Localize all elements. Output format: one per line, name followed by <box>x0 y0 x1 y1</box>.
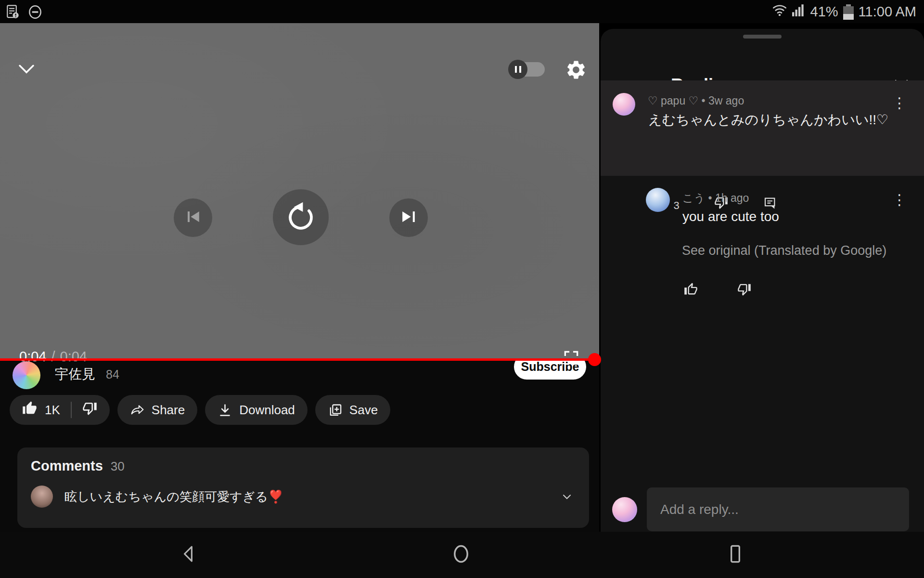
parent-comment-menu-button[interactable]: ⋮ <box>892 96 907 110</box>
wifi-icon <box>772 3 787 21</box>
parent-comment-byline: ♡ papu ♡ • 3w ago <box>648 94 744 107</box>
save-icon <box>328 403 343 418</box>
settings-button[interactable] <box>565 59 587 81</box>
download-label: Download <box>239 403 295 418</box>
gear-icon <box>565 74 587 82</box>
progress-bar[interactable] <box>0 358 599 361</box>
parent-comment-avatar[interactable] <box>613 93 635 116</box>
save-label: Save <box>349 403 378 418</box>
next-button[interactable] <box>389 198 428 237</box>
skip-next-icon <box>398 206 419 229</box>
signal-icon <box>792 3 806 21</box>
thumb-up-icon <box>684 289 698 298</box>
chevron-down-icon <box>16 71 37 79</box>
previous-button[interactable] <box>174 198 212 237</box>
android-nav-bar <box>0 532 924 578</box>
battery-percent: 41% <box>810 4 838 20</box>
parent-comment-text: えむちゃんとみのりちゃんかわいい!!♡ <box>648 111 888 129</box>
nav-recents-button[interactable] <box>724 543 747 566</box>
share-icon <box>130 403 145 418</box>
reply-input-row <box>601 487 924 532</box>
download-icon <box>218 403 232 418</box>
sim-alert-icon <box>6 4 20 22</box>
reply-byline: こう • 1h ago <box>682 191 749 206</box>
expand-comments-chevron-icon <box>560 490 574 503</box>
download-button[interactable]: Download <box>205 395 308 425</box>
share-label: Share <box>152 403 185 418</box>
teaser-comment-text: 眩しいえむちゃんの笑顔可愛すぎる❣️ <box>64 488 283 505</box>
channel-row: 宇佐見 84 <box>0 358 599 390</box>
video-actions-row: 1K Share <box>10 395 390 425</box>
like-count: 1K <box>45 403 60 418</box>
channel-badge-count: 84 <box>106 368 119 381</box>
pill-divider <box>71 402 72 418</box>
thumb-down-icon <box>737 289 751 298</box>
reply-menu-button[interactable]: ⋮ <box>892 193 907 207</box>
nav-recents-icon <box>726 542 745 567</box>
see-original-link[interactable]: See original (Translated by Google) <box>682 243 886 258</box>
replies-panel: Replies ♡ papu ♡ • 3w ago えむちゃんとみのりちゃんかわ… <box>601 29 924 532</box>
autoplay-toggle[interactable] <box>508 60 547 79</box>
save-button[interactable]: Save <box>315 395 390 425</box>
playback-time: 0:04 / 0:04 <box>19 349 87 365</box>
teaser-comment-avatar <box>31 486 53 508</box>
self-avatar <box>612 497 637 522</box>
comments-title: Comments <box>31 458 103 474</box>
reply-avatar[interactable] <box>646 188 670 212</box>
reply-input[interactable] <box>647 487 909 531</box>
reply-text: you are cute too <box>682 209 779 224</box>
pause-icon <box>508 60 527 79</box>
youtube-split-screen: 41% 11:00 AM <box>0 0 924 578</box>
do-not-disturb-icon <box>27 4 43 22</box>
panel-drag-handle[interactable] <box>743 35 782 39</box>
share-button[interactable]: Share <box>117 395 197 425</box>
replay-icon <box>285 200 317 234</box>
like-button[interactable]: 1K <box>22 401 60 419</box>
comments-count: 30 <box>111 459 125 474</box>
time-separator: / <box>51 349 55 365</box>
nav-home-icon <box>450 542 472 567</box>
fullscreen-icon <box>562 360 580 368</box>
reply-comment: こう • 1h ago you are cute too See origina… <box>601 188 924 337</box>
channel-avatar[interactable] <box>13 361 40 389</box>
thumb-up-icon <box>22 401 37 419</box>
comments-card[interactable]: Comments 30 眩しいえむちゃんの笑顔可愛すぎる❣️ <box>17 447 589 528</box>
skip-previous-icon <box>182 206 204 229</box>
reply-like-button[interactable] <box>684 282 698 298</box>
duration: 0:04 <box>60 349 87 365</box>
nav-back-icon <box>180 543 200 566</box>
progress-scrubber[interactable] <box>588 353 601 366</box>
like-dislike-pill: 1K <box>10 395 110 425</box>
channel-name[interactable]: 宇佐見 <box>55 365 95 383</box>
dislike-button[interactable] <box>82 401 97 419</box>
nav-back-button[interactable] <box>178 543 201 566</box>
status-bar: 41% 11:00 AM <box>0 0 924 23</box>
reply-dislike-button[interactable] <box>737 282 751 298</box>
replay-button[interactable] <box>273 189 329 245</box>
nav-home-button[interactable] <box>449 543 473 566</box>
clock: 11:00 AM <box>859 4 916 20</box>
parent-comment: ♡ papu ♡ • 3w ago えむちゃんとみのりちゃんかわいい!!♡ ⋮ … <box>601 80 924 176</box>
video-player[interactable]: 0:04 / 0:04 <box>0 23 599 358</box>
battery-icon <box>843 4 854 20</box>
current-time: 0:04 <box>19 349 46 365</box>
fullscreen-button[interactable] <box>562 349 580 367</box>
thumb-down-icon <box>82 401 97 419</box>
collapse-player-button[interactable] <box>16 62 37 78</box>
